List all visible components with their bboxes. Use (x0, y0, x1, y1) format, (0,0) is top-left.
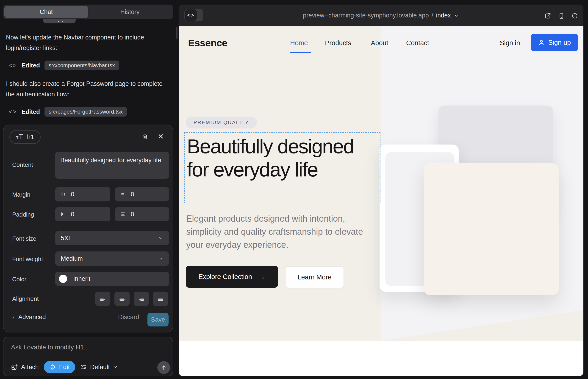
chevron-down-icon (158, 256, 164, 261)
hero-badge: PREMIUM QUALITY (186, 117, 257, 128)
arrow-right-icon: → (258, 272, 265, 281)
align-right-icon (138, 295, 145, 302)
user-icon (538, 39, 545, 46)
padding-vertical-icon (120, 211, 126, 217)
chat-message: I should also create a Forgot Password p… (6, 79, 168, 100)
edited-label: Edited (22, 108, 40, 115)
code-icon: <> (9, 108, 17, 115)
align-center-button[interactable] (114, 292, 130, 306)
sign-up-button[interactable]: Sign up (531, 34, 578, 51)
chat-history-tabbar: Chat History (3, 5, 173, 19)
color-label: Color (12, 276, 26, 283)
sign-in-link[interactable]: Sign in (500, 39, 520, 47)
align-right-button[interactable] (134, 292, 149, 306)
font-size-select[interactable]: 5XL (55, 231, 169, 245)
site-logo[interactable]: Essence (188, 37, 227, 49)
save-button[interactable]: Save (147, 313, 169, 327)
margin-label: Margin (12, 191, 30, 198)
delete-element-button[interactable] (140, 131, 150, 142)
padding-x-value: 0 (71, 211, 74, 218)
hero-subtext: Elegant products designed with intention… (186, 212, 371, 252)
external-link-icon (544, 12, 551, 19)
edited-file-path[interactable]: src/components/Navbar.tsx (45, 61, 119, 70)
mobile-device-icon (558, 12, 565, 19)
next-section-background (179, 341, 583, 376)
padding-x-input[interactable]: 0 (55, 207, 110, 221)
element-tag-name: h1 (27, 133, 34, 141)
preview-url-host: preview--charming-site-symphony.lovable.… (303, 12, 429, 19)
nav-link-home[interactable]: Home (290, 39, 308, 47)
align-justify-button[interactable] (153, 292, 168, 306)
align-center-icon (119, 295, 125, 302)
explore-collection-label: Explore Collection (198, 273, 252, 281)
margin-x-input[interactable]: 0 (55, 187, 110, 201)
padding-y-input[interactable]: 0 (115, 207, 169, 221)
explore-collection-button[interactable]: Explore Collection → (186, 266, 278, 288)
discard-button[interactable]: Discard (118, 314, 139, 321)
chat-scrollbar-thumb[interactable] (176, 27, 177, 39)
decorative-card-beige (424, 163, 559, 295)
arrow-up-icon (161, 364, 167, 371)
trash-icon (142, 133, 149, 140)
edit-mode-button[interactable]: Edit (44, 361, 76, 373)
attach-button[interactable]: Attach (11, 364, 39, 371)
element-tag-badge: тT h1 (9, 130, 41, 144)
code-preview-toggle[interactable]: <> (184, 9, 203, 21)
app-window: Chat History Now let's update the Navbar… (0, 0, 588, 379)
code-view-segment[interactable]: <> (185, 9, 197, 21)
advanced-toggle[interactable]: › Advanced (12, 314, 46, 321)
align-left-icon (99, 295, 106, 302)
mobile-view-button[interactable] (557, 12, 565, 20)
nav-link-contact[interactable]: Contact (406, 39, 429, 47)
code-icon: <> (9, 62, 17, 69)
preview-toolbar: preview--charming-site-symphony.lovable.… (179, 5, 583, 26)
font-weight-value: Medium (61, 255, 83, 262)
preview-panel: preview--charming-site-symphony.lovable.… (179, 5, 583, 376)
close-editor-button[interactable]: ✕ (156, 131, 166, 142)
element-editor-panel: тT h1 ✕ Content Beautifully designed for… (3, 125, 173, 332)
color-field[interactable]: Inherit (55, 272, 169, 286)
chat-composer: Attach Edit Default (3, 337, 173, 376)
crosshair-icon (49, 364, 56, 371)
edited-label: Edited (22, 62, 40, 69)
alignment-label: Alignment (12, 295, 39, 302)
nav-link-about[interactable]: About (371, 39, 388, 47)
url-bar[interactable]: preview--charming-site-symphony.lovable.… (179, 5, 583, 26)
learn-more-button[interactable]: Learn More (285, 266, 344, 288)
sign-up-label: Sign up (548, 39, 571, 46)
preview-url-page: index (436, 12, 451, 19)
align-left-button[interactable] (95, 292, 110, 306)
tab-chat-label: Chat (40, 8, 53, 16)
open-in-new-tab-button[interactable] (544, 12, 552, 20)
color-value: Inherit (73, 275, 90, 283)
margin-y-input[interactable]: 0 (115, 187, 169, 201)
margin-vertical-icon (120, 191, 126, 197)
refresh-button[interactable] (571, 12, 579, 20)
composer-input[interactable] (11, 344, 162, 351)
edited-file-row[interactable]: <> Edited src/pages/ForgotPassword.tsx (9, 107, 127, 117)
content-textarea[interactable]: Beautifully designed for everyday life (55, 152, 169, 179)
chat-message: Now let's update the Navbar component to… (6, 32, 168, 53)
chevron-down-icon (454, 13, 459, 18)
default-mode-label: Default (90, 364, 110, 371)
chevron-down-icon (113, 364, 118, 370)
hero-headline[interactable]: Beautifully designed for everyday life (187, 135, 377, 181)
content-field: Beautifully designed for everyday life (55, 152, 169, 179)
sliders-icon (80, 364, 87, 371)
default-mode-select[interactable]: Default (80, 364, 118, 371)
chevron-right-icon: › (12, 313, 14, 320)
attach-label: Attach (21, 364, 39, 371)
margin-y-value: 0 (131, 191, 134, 198)
tab-history[interactable]: History (88, 6, 172, 18)
font-weight-select[interactable]: Medium (55, 252, 169, 266)
edited-file-row[interactable]: <> Edited src/components/Navbar.tsx (9, 60, 119, 71)
tab-chat[interactable]: Chat (4, 6, 88, 18)
edited-file-path[interactable]: src/pages/ForgotPassword.tsx (45, 107, 127, 117)
nav-link-products[interactable]: Products (325, 39, 351, 47)
margin-horizontal-icon (60, 191, 66, 197)
padding-y-value: 0 (131, 211, 134, 218)
learn-more-label: Learn More (297, 273, 331, 281)
send-button[interactable] (157, 361, 170, 374)
tab-history-label: History (120, 8, 139, 16)
close-icon: ✕ (158, 132, 164, 141)
